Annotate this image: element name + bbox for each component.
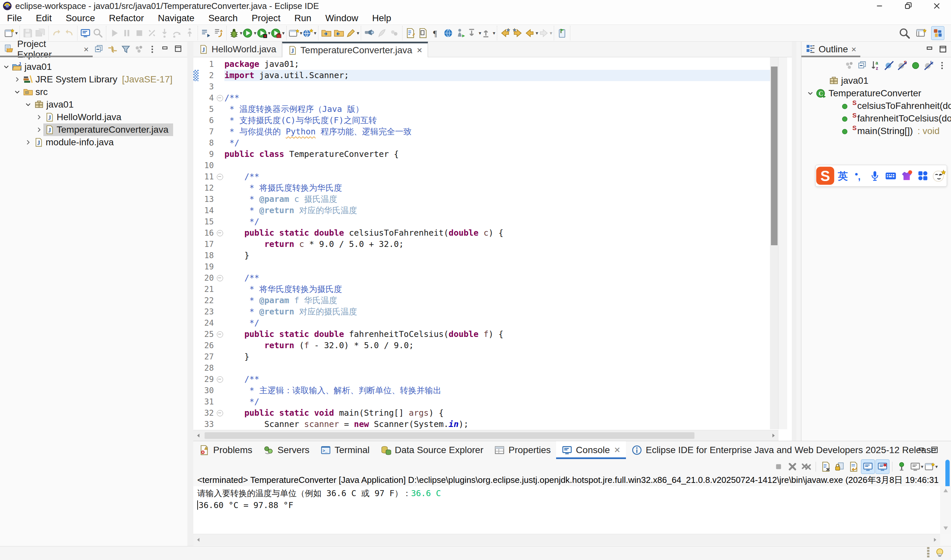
menu-file[interactable]: File [0, 13, 29, 23]
resume-button[interactable] [108, 26, 120, 40]
feather-button[interactable] [375, 26, 388, 40]
ime-toolbar[interactable]: S英, [815, 165, 947, 187]
chevron-down-icon[interactable] [13, 89, 22, 95]
filter-icon[interactable] [119, 43, 132, 56]
chevron-right-icon[interactable] [35, 127, 43, 133]
emoji-face-icon[interactable] [931, 169, 947, 183]
console-vertical-scrollbar[interactable] [940, 486, 951, 534]
launch-arrow-button[interactable] [212, 26, 225, 40]
sort-az-icon[interactable]: az [869, 59, 882, 72]
bottom-tab-console[interactable]: Console✕ [556, 441, 626, 459]
display-selected-console-button[interactable]: ▾ [909, 460, 923, 474]
maximize-view-icon[interactable] [936, 43, 949, 56]
tree-item-java01[interactable]: java01 [0, 98, 187, 111]
pilcrow-button[interactable]: ¶ [429, 26, 442, 40]
debug-button[interactable]: ▾ [228, 26, 243, 40]
terminate-button[interactable] [772, 460, 785, 474]
tree-item-celsiustofahrenheit-double-[interactable]: ScelsiusToFahrenheit(double) [802, 100, 951, 112]
search-magnifier-button[interactable] [898, 26, 911, 40]
hide-static-icon[interactable]: S [896, 59, 909, 72]
menu-source[interactable]: Source [58, 13, 102, 23]
tree-item-temperatureconverter-java[interactable]: JTemperatureConverter.java [0, 123, 187, 136]
editor-horizontal-scrollbar[interactable] [193, 430, 779, 441]
show-source-lines-button[interactable] [200, 26, 212, 40]
redo-button[interactable] [63, 26, 75, 40]
forward-star-button[interactable] [511, 26, 524, 40]
disconnect-button[interactable] [146, 26, 158, 40]
tree-item-jre-system-library[interactable]: JRE System Library[JavaSE-17] [0, 73, 187, 86]
web-globe-button[interactable] [442, 26, 454, 40]
bottom-tab-properties[interactable]: Properties [489, 441, 556, 459]
tab-outline[interactable]: Outline × [802, 42, 860, 57]
pin-console-button[interactable] [896, 460, 909, 474]
chevron-down-icon[interactable] [2, 64, 11, 70]
open-element-monitor-button[interactable] [79, 26, 92, 40]
english-mode-icon[interactable]: 英 [835, 169, 851, 182]
collapse-all-icon[interactable] [93, 43, 106, 56]
coverage-button[interactable]: ▾ [257, 26, 271, 40]
menu-navigate[interactable]: Navigate [151, 13, 202, 23]
menu-refactor[interactable]: Refactor [102, 13, 151, 23]
toolbox-grid-icon[interactable] [915, 170, 931, 182]
sogou-logo-icon[interactable]: S [816, 166, 835, 185]
fold-collapse-icon[interactable] [215, 228, 225, 238]
tree-item-module-info-java[interactable]: Jmodule-info.java [0, 136, 187, 149]
minimize-view-icon[interactable] [923, 43, 936, 56]
editor-tab-helloworld-java[interactable]: JHelloWorld.java [193, 42, 282, 57]
link-with-editor-icon[interactable] [106, 43, 119, 56]
java-pencil-button[interactable]: ▾ [345, 26, 360, 40]
scroll-left-arrow[interactable] [193, 537, 203, 542]
back-star-button[interactable] [499, 26, 511, 40]
import-folder-button[interactable] [320, 26, 333, 40]
view-menu-icon[interactable] [146, 43, 159, 56]
scrollbar-thumb[interactable] [771, 66, 777, 245]
code-editor[interactable]: 1package java01;2import java.util.Scanne… [193, 57, 779, 431]
down-annotation-button[interactable]: ▾ [467, 26, 481, 40]
chevron-right-icon[interactable] [35, 114, 43, 120]
new-launch-window-button[interactable]: ▾ [288, 26, 303, 40]
menu-project[interactable]: Project [245, 13, 287, 23]
scroll-down-arrow[interactable] [943, 526, 948, 532]
remove-all-terminated-button[interactable] [800, 460, 813, 474]
maximize-view-icon[interactable] [172, 43, 185, 56]
tree-item-java01[interactable]: Jjava01 [0, 61, 187, 73]
clear-console-button[interactable] [819, 460, 833, 474]
external-tools-button[interactable]: ▾ [271, 26, 285, 40]
maximize-view-icon[interactable] [928, 444, 942, 457]
tree-item-temperatureconverter[interactable]: CTemperatureConverter [802, 87, 951, 100]
hide-fields-icon[interactable] [882, 59, 896, 72]
tree-item-fahrenheittocelsius-double-[interactable]: SfahrenheitToCelsius(double) [802, 112, 951, 125]
close-tab-icon[interactable]: ✕ [614, 446, 621, 455]
focus-dots-icon[interactable] [843, 59, 856, 72]
minimize-view-icon[interactable] [159, 43, 172, 56]
tree-item-main-string-[interactable]: Smain(String[]): void [802, 125, 951, 137]
scroll-lock-button[interactable] [833, 460, 846, 474]
scroll-right-arrow[interactable] [769, 433, 779, 438]
java-ee-perspective-button[interactable] [931, 26, 944, 40]
view-menu-icon[interactable] [936, 59, 949, 72]
editor-vertical-scrollbar[interactable] [770, 57, 779, 429]
focus-dots-icon[interactable] [132, 43, 146, 56]
link-flag-page-button[interactable] [556, 26, 568, 40]
search-torch-button[interactable] [363, 26, 375, 40]
fold-collapse-icon[interactable] [215, 329, 225, 340]
scroll-up-arrow[interactable] [943, 488, 948, 494]
chevron-right-icon[interactable] [24, 139, 32, 145]
close-button[interactable] [923, 0, 951, 12]
step-into-button[interactable] [158, 26, 171, 40]
bottom-tab-problems[interactable]: Problems [193, 441, 257, 459]
skin-icon[interactable] [899, 169, 915, 182]
close-tab-icon[interactable]: × [417, 45, 422, 55]
info-banner[interactable]: Eclipse IDE for Enterprise Java and Web … [626, 441, 942, 459]
terminate-button[interactable] [133, 26, 146, 40]
menu-run[interactable]: Run [287, 13, 318, 23]
undo-button[interactable] [50, 26, 63, 40]
save-all-button[interactable] [34, 26, 47, 40]
tree-item-helloworld-java[interactable]: JHelloWorld.java [0, 111, 187, 123]
step-return-button[interactable] [183, 26, 196, 40]
fold-collapse-icon[interactable] [215, 408, 225, 418]
tree-item-src[interactable]: src [0, 86, 187, 98]
remove-launch-button[interactable] [786, 460, 799, 474]
frame-doc-button[interactable] [417, 26, 429, 40]
step-over-button[interactable] [171, 26, 183, 40]
